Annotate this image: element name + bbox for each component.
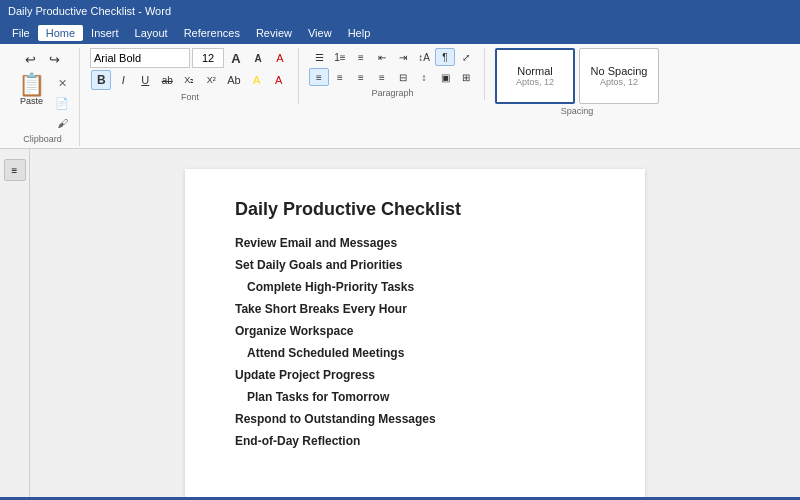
sidebar-toggle[interactable]: ≡ (4, 159, 26, 181)
title-bar: Daily Productive Checklist - Word (0, 0, 800, 22)
title-text: Daily Productive Checklist - Word (8, 5, 171, 17)
numbering-button[interactable]: 1≡ (330, 48, 350, 66)
font-name-input[interactable] (90, 48, 190, 68)
highlight-button[interactable]: A (247, 70, 267, 90)
document-page: Daily Productive Checklist Review Email … (185, 169, 645, 497)
no-spacing-name: No Spacing (591, 65, 648, 77)
undo-button[interactable]: ↩ (20, 48, 42, 70)
list-item: Take Short Breaks Every Hour (235, 302, 595, 316)
align-center-button[interactable]: ≡ (330, 68, 350, 86)
style-boxes: Normal Aptos, 12 No Spacing Aptos, 12 (495, 48, 659, 104)
app-body: ≡ Daily Productive Checklist Review Emai… (0, 149, 800, 497)
menu-layout[interactable]: Layout (127, 25, 176, 41)
list-item: Review Email and Messages (235, 236, 595, 250)
list-item: Attend Scheduled Meetings (235, 346, 595, 360)
spacing-label: Spacing (561, 106, 594, 116)
bullets-button[interactable]: ☰ (309, 48, 329, 66)
no-spacing-style-button[interactable]: No Spacing Aptos, 12 (579, 48, 659, 104)
underline-button[interactable]: U (135, 70, 155, 90)
border-button[interactable]: ⊞ (456, 68, 476, 86)
strikethrough-button[interactable]: ab (157, 70, 177, 90)
menu-file[interactable]: File (4, 25, 38, 41)
list-item: Complete High-Priority Tasks (235, 280, 595, 294)
para-expand-button[interactable]: ⤢ (456, 48, 476, 66)
font-group-label: Font (181, 92, 199, 102)
paste-icon: 📋 (18, 74, 45, 96)
list-item: Respond to Outstanding Messages (235, 412, 595, 426)
subscript-button[interactable]: X₂ (179, 70, 199, 90)
italic-button[interactable]: I (113, 70, 133, 90)
menu-bar: File Home Insert Layout References Revie… (0, 22, 800, 44)
no-spacing-sub: Aptos, 12 (600, 77, 638, 87)
show-marks-button[interactable]: ¶ (435, 48, 455, 66)
list-item: Update Project Progress (235, 368, 595, 382)
menu-references[interactable]: References (176, 25, 248, 41)
font-size-input[interactable] (192, 48, 224, 68)
copy-button[interactable]: 📄 (53, 94, 71, 112)
font-color-button[interactable]: A (269, 70, 289, 90)
list-item: Organize Workspace (235, 324, 595, 338)
superscript-button[interactable]: X² (201, 70, 221, 90)
font-shrink-button[interactable]: A (248, 48, 268, 68)
styles-group: Normal Aptos, 12 No Spacing Aptos, 12 Sp… (487, 48, 667, 118)
ribbon: ↩ ↪ 📋 Paste ✕ 📄 🖌 Clipboard A A A B (0, 44, 800, 149)
document-area: Daily Productive Checklist Review Email … (30, 149, 800, 497)
font-grow-button[interactable]: A (226, 48, 246, 68)
line-spacing-button[interactable]: ↕ (414, 68, 434, 86)
sidebar: ≡ (0, 149, 30, 497)
paragraph-group: ☰ 1≡ ≡ ⇤ ⇥ ↕A ¶ ⤢ ≡ ≡ ≡ ≡ ⊟ ↕ ▣ ⊞ Paragr… (301, 48, 485, 100)
paste-label: Paste (20, 96, 43, 106)
normal-style-name: Normal (517, 65, 552, 77)
paragraph-label: Paragraph (371, 88, 413, 98)
justify-button[interactable]: ≡ (372, 68, 392, 86)
menu-home[interactable]: Home (38, 25, 83, 41)
bold-button[interactable]: B (91, 70, 111, 90)
list-item: Set Daily Goals and Priorities (235, 258, 595, 272)
decrease-indent-button[interactable]: ⇤ (372, 48, 392, 66)
normal-style-sub: Aptos, 12 (516, 77, 554, 87)
list-item: Plan Tasks for Tomorrow (235, 390, 595, 404)
menu-insert[interactable]: Insert (83, 25, 127, 41)
columns-button[interactable]: ⊟ (393, 68, 413, 86)
increase-indent-button[interactable]: ⇥ (393, 48, 413, 66)
multilevel-button[interactable]: ≡ (351, 48, 371, 66)
document-title: Daily Productive Checklist (235, 199, 595, 220)
menu-review[interactable]: Review (248, 25, 300, 41)
menu-view[interactable]: View (300, 25, 340, 41)
align-left-button[interactable]: ≡ (309, 68, 329, 86)
menu-help[interactable]: Help (340, 25, 379, 41)
sort-button[interactable]: ↕A (414, 48, 434, 66)
cut-button[interactable]: ✕ (53, 74, 71, 92)
clipboard-group: ↩ ↪ 📋 Paste ✕ 📄 🖌 Clipboard (6, 48, 80, 146)
font-clear-button[interactable]: A (270, 48, 290, 68)
redo-button[interactable]: ↪ (44, 48, 66, 70)
align-right-button[interactable]: ≡ (351, 68, 371, 86)
format-painter-button[interactable]: 🖌 (53, 114, 71, 132)
font-group: A A A B I U ab X₂ X² Ab A A Font (82, 48, 299, 104)
shading-button[interactable]: ▣ (435, 68, 455, 86)
normal-style-button[interactable]: Normal Aptos, 12 (495, 48, 575, 104)
paste-button[interactable]: 📋 Paste (14, 72, 49, 108)
list-item: End-of-Day Reflection (235, 434, 595, 448)
case-button[interactable]: Ab (223, 70, 244, 90)
clipboard-label: Clipboard (23, 134, 62, 144)
